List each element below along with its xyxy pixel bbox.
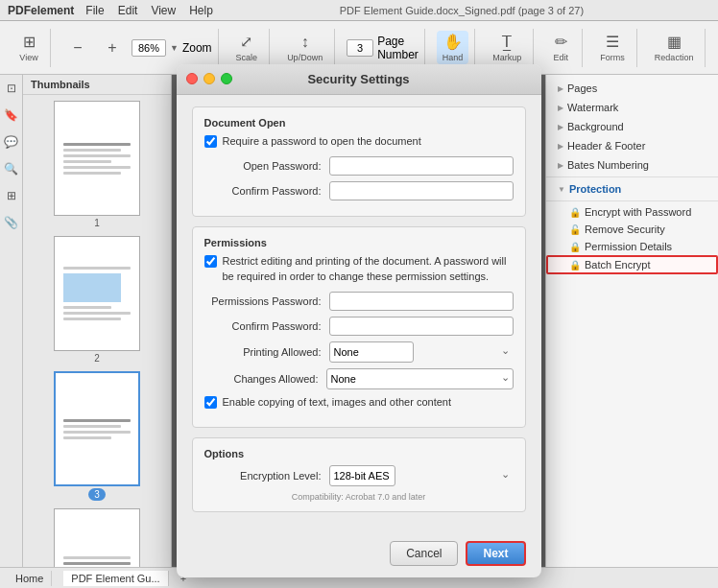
sidebar-batch-encrypt-label: Batch Encrypt bbox=[585, 259, 650, 270]
sidebar-encrypt-password-label: Encrypt with Password bbox=[585, 206, 691, 218]
forms-label: Forms bbox=[600, 53, 625, 62]
redaction-label: Redaction bbox=[655, 53, 694, 62]
encryption-level-select[interactable]: 128-bit AES 256-bit AES 40-bit RC4 bbox=[329, 465, 395, 486]
encryption-level-row: Encryption Level: 128-bit AES 256-bit AE… bbox=[204, 465, 514, 486]
thumbnail-item-3[interactable]: 3 bbox=[29, 371, 165, 501]
sidebar-item-watermark[interactable]: ▶ Watermark bbox=[546, 98, 718, 117]
thumbnail-num-2: 2 bbox=[94, 353, 100, 364]
menu-file[interactable]: File bbox=[85, 4, 104, 17]
toolbar-forms-group: ☰ Forms bbox=[588, 29, 637, 67]
thumb-image-block bbox=[63, 273, 121, 302]
open-password-label: Open Password: bbox=[204, 160, 329, 172]
thumb-line bbox=[63, 160, 111, 163]
permissions-password-input[interactable] bbox=[329, 292, 514, 311]
document-open-section: Document Open Require a password to open… bbox=[192, 106, 526, 217]
menu-edit[interactable]: Edit bbox=[118, 4, 138, 17]
sidebar-item-background[interactable]: ▶ Background bbox=[546, 117, 718, 136]
left-icon-bar: ⊡ 🔖 💬 🔍 ⊞ 📎 bbox=[0, 75, 23, 567]
layers-icon[interactable]: ⊞ bbox=[2, 186, 21, 205]
thumb-line bbox=[63, 318, 121, 320]
sidebar-sub-divider bbox=[546, 200, 718, 201]
thumb-line bbox=[63, 154, 131, 157]
window-title: PDF Element Guide.docx_Signed.pdf (page … bbox=[227, 5, 697, 16]
chevron-right-icon: ▶ bbox=[558, 123, 563, 131]
markup-icon: T̲ bbox=[502, 33, 512, 51]
confirm-open-password-input[interactable] bbox=[329, 181, 514, 200]
view-button[interactable]: ⊞ View bbox=[13, 31, 44, 64]
modal-close-button[interactable] bbox=[186, 73, 198, 84]
cancel-button[interactable]: Cancel bbox=[390, 541, 458, 566]
open-password-input[interactable] bbox=[329, 156, 514, 176]
sidebar-item-protection[interactable]: ▼ Protection bbox=[546, 179, 718, 199]
tab-home[interactable]: Home bbox=[8, 571, 52, 586]
modal-titlebar: Security Settings bbox=[177, 64, 541, 95]
right-sidebar-pages-section: ▶ Pages ▶ Watermark ▶ Background ▶ Heade… bbox=[546, 75, 718, 278]
chevron-right-icon: ▶ bbox=[558, 142, 563, 151]
redaction-button[interactable]: ▦ Redaction bbox=[649, 31, 700, 64]
next-button[interactable]: Next bbox=[466, 541, 525, 566]
batch-encrypt-icon: 🔒 bbox=[569, 260, 581, 270]
changes-allowed-select[interactable]: None Inserting, deleting, and rotating p… bbox=[326, 368, 514, 389]
changes-allowed-label: Changes Allowed: bbox=[204, 373, 326, 385]
right-sidebar: ▶ Pages ▶ Watermark ▶ Background ▶ Heade… bbox=[545, 75, 718, 567]
scale-button[interactable]: ⤢ Scale bbox=[230, 31, 264, 64]
thumbnail-item-4[interactable]: 4 bbox=[29, 508, 165, 567]
enable-copying-checkbox[interactable] bbox=[204, 396, 217, 409]
thumbnail-icon[interactable]: ⊡ bbox=[2, 79, 21, 98]
thumb-line bbox=[63, 267, 131, 270]
menu-help[interactable]: Help bbox=[189, 4, 213, 17]
toolbar-redaction-group: ▦ Redaction bbox=[643, 29, 706, 67]
chevron-right-icon: ▶ bbox=[558, 161, 563, 170]
thumb-line bbox=[63, 306, 111, 309]
sidebar-sub-batch-encrypt[interactable]: 🔒 Batch Encrypt bbox=[546, 255, 718, 274]
bookmark-icon[interactable]: 🔖 bbox=[2, 106, 21, 125]
tab-pdf-guide[interactable]: PDF Element Gu... bbox=[63, 571, 168, 586]
updown-button[interactable]: ↕ Up/Down bbox=[281, 32, 328, 64]
sidebar-sub-permission-details[interactable]: 🔒 Permission Details bbox=[546, 238, 718, 255]
document-open-title: Document Open bbox=[204, 117, 514, 129]
zoom-minus-button[interactable]: − bbox=[62, 37, 93, 59]
thumb-content-3 bbox=[63, 416, 131, 442]
markup-button[interactable]: T̲ Markup bbox=[487, 31, 527, 64]
confirm-open-password-label: Confirm Password: bbox=[204, 185, 329, 197]
page-number-input[interactable] bbox=[347, 39, 373, 57]
attach-icon[interactable]: 📎 bbox=[2, 213, 21, 232]
menu-view[interactable]: View bbox=[151, 4, 176, 17]
zoom-plus-button[interactable]: + bbox=[97, 37, 128, 59]
toolbar-pagenum-group: Page Number bbox=[341, 29, 425, 67]
thumbnail-item-1[interactable]: 1 bbox=[29, 101, 165, 228]
thumb-line bbox=[63, 149, 121, 152]
lock-icon: 🔒 bbox=[569, 207, 581, 218]
forms-button[interactable]: ☰ Forms bbox=[594, 31, 631, 64]
restrict-editing-label: Restrict editing and printing of the doc… bbox=[223, 254, 514, 284]
toolbar-hand-group: ✋ Hand bbox=[431, 29, 476, 67]
content-area: Security Settings Document Open Require … bbox=[172, 75, 545, 567]
hand-button[interactable]: ✋ Hand bbox=[437, 31, 469, 64]
updown-icon: ↕ bbox=[301, 34, 309, 51]
sidebar-batesnumbering-label: Bates Numbering bbox=[567, 159, 649, 171]
thumb-line bbox=[63, 312, 131, 315]
sidebar-item-pages[interactable]: ▶ Pages bbox=[546, 79, 718, 98]
modal-minimize-button[interactable] bbox=[203, 73, 215, 84]
thumbnail-item-2[interactable]: 2 bbox=[29, 236, 165, 364]
modal-body: Document Open Require a password to open… bbox=[177, 95, 541, 534]
sidebar-watermark-label: Watermark bbox=[567, 102, 618, 113]
zoom-input[interactable] bbox=[132, 39, 166, 57]
thumbnail-img-3 bbox=[54, 371, 140, 486]
search-sidebar-icon[interactable]: 🔍 bbox=[2, 159, 21, 178]
modal-maximize-button[interactable] bbox=[221, 73, 232, 84]
sidebar-divider bbox=[546, 176, 718, 177]
sidebar-sub-remove-security[interactable]: 🔓 Remove Security bbox=[546, 221, 718, 238]
sidebar-sub-encrypt-password[interactable]: 🔒 Encrypt with Password bbox=[546, 203, 718, 221]
comment-icon[interactable]: 💬 bbox=[2, 132, 21, 152]
sidebar-item-bates-numbering[interactable]: ▶ Bates Numbering bbox=[546, 155, 718, 175]
thumbnail-panel: Thumbnails 1 bbox=[23, 75, 172, 567]
thumbnail-img-4 bbox=[54, 508, 140, 567]
restrict-editing-checkbox[interactable] bbox=[204, 255, 217, 268]
edit-button[interactable]: ✏ Edit bbox=[545, 31, 576, 64]
require-password-checkbox[interactable] bbox=[204, 135, 217, 148]
sidebar-pages-label: Pages bbox=[567, 82, 597, 94]
confirm-permissions-password-input[interactable] bbox=[329, 317, 514, 336]
printing-allowed-select[interactable]: None Low Resolution High Resolution bbox=[329, 341, 414, 363]
sidebar-item-header-footer[interactable]: ▶ Header & Footer bbox=[546, 136, 718, 155]
